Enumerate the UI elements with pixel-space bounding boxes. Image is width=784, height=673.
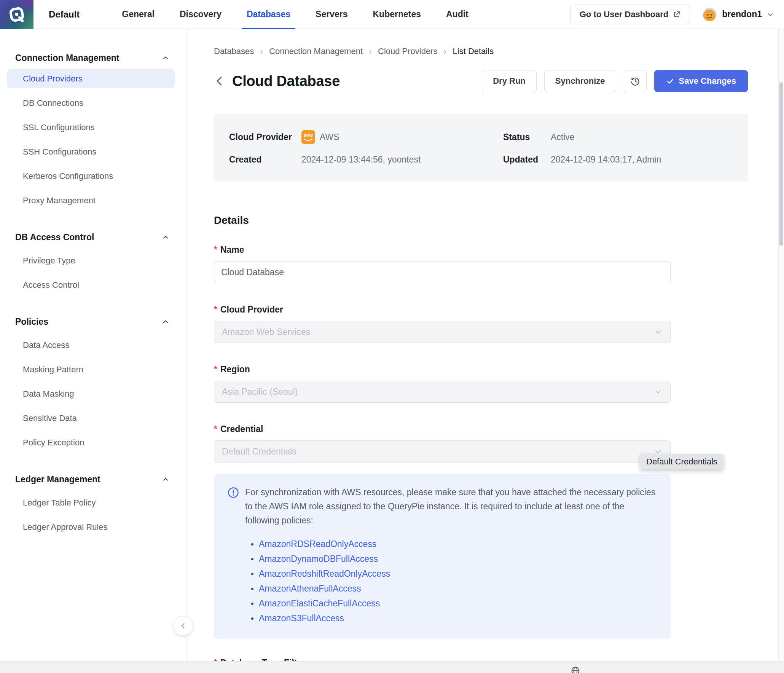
tab-general[interactable]: General bbox=[122, 0, 155, 29]
section-title: Connection Management bbox=[15, 53, 119, 63]
section-title: Policies bbox=[15, 317, 48, 327]
breadcrumb-cloud-providers[interactable]: Cloud Providers bbox=[378, 46, 438, 56]
sidebar-header-connection-management[interactable]: Connection Management bbox=[0, 50, 186, 65]
name-label: * Name bbox=[214, 245, 671, 255]
language-selector[interactable] bbox=[571, 666, 580, 673]
credential-field-group: * Credential Default Credentials Default… bbox=[214, 424, 671, 462]
chevron-left-icon bbox=[179, 622, 187, 630]
section-title: Ledger Management bbox=[15, 474, 100, 485]
sidebar-item-ssh-configurations[interactable]: SSH Configurations bbox=[0, 140, 186, 164]
sidebar-item-db-connections[interactable]: DB Connections bbox=[0, 91, 186, 115]
sidebar-item-ssl-configurations[interactable]: SSL Configurations bbox=[0, 115, 186, 140]
section-items: Data Access Masking Pattern Data Masking… bbox=[0, 333, 186, 455]
region-field-group: * Region Asia Pacific (Seoul) bbox=[214, 364, 671, 403]
breadcrumb-databases[interactable]: Databases bbox=[214, 46, 254, 56]
history-button[interactable] bbox=[624, 70, 647, 92]
summary-status: Status Active bbox=[503, 130, 748, 144]
nav-divider bbox=[101, 9, 101, 20]
list-item: AmazonRDSReadOnlyAccess bbox=[245, 537, 657, 552]
aws-policies-alert: For synchronization with AWS resources, … bbox=[214, 474, 671, 639]
sidebar-item-sensitive-data[interactable]: Sensitive Data bbox=[0, 406, 186, 431]
bullet-icon bbox=[251, 558, 253, 560]
summary-status-label: Status bbox=[503, 132, 551, 142]
querypie-logo[interactable] bbox=[0, 0, 33, 29]
chevron-up-icon bbox=[162, 318, 169, 325]
policy-link-s3[interactable]: AmazonS3FullAccess bbox=[259, 611, 344, 625]
summary-updated: Updated 2024-12-09 14:03:17, Admin bbox=[503, 155, 748, 165]
save-changes-button[interactable]: Save Changes bbox=[654, 70, 748, 92]
name-label-text: Name bbox=[220, 245, 244, 255]
page-title: Cloud Database bbox=[232, 73, 340, 89]
scrollbar-thumb[interactable] bbox=[779, 82, 783, 246]
policy-link-redshift[interactable]: AmazonRedshiftReadOnlyAccess bbox=[259, 567, 390, 581]
sidebar-item-ledger-approval-rules[interactable]: Ledger Approval Rules bbox=[0, 515, 186, 539]
go-to-user-dashboard-label: Go to User Dashboard bbox=[580, 10, 668, 19]
sidebar-item-ledger-table-policy[interactable]: Ledger Table Policy bbox=[0, 491, 186, 515]
cloud-provider-select-value: Amazon Web Services bbox=[222, 327, 310, 337]
name-input[interactable] bbox=[214, 261, 671, 283]
summary-panel: Cloud Provider aws AWS bbox=[214, 113, 748, 182]
summary-updated-label: Updated bbox=[503, 155, 551, 165]
sidebar-item-data-masking[interactable]: Data Masking bbox=[0, 382, 186, 406]
tab-kubernetes[interactable]: Kubernetes bbox=[373, 0, 421, 29]
policy-link-athena[interactable]: AmazonAthenaFullAccess bbox=[259, 582, 361, 596]
main-content: Databases › Connection Management › Clou… bbox=[186, 29, 784, 673]
credential-label-text: Credential bbox=[220, 424, 263, 434]
chevron-up-icon bbox=[162, 54, 169, 62]
sidebar-header-ledger-management[interactable]: Ledger Management bbox=[0, 472, 186, 487]
sidebar-item-cloud-providers[interactable]: Cloud Providers bbox=[7, 69, 175, 88]
required-asterisk: * bbox=[214, 245, 217, 255]
policy-link-elasticache[interactable]: AmazonElastiCacheFullAccess bbox=[259, 596, 380, 611]
sidebar-item-kerberos-configurations[interactable]: Kerberos Configurations bbox=[0, 164, 186, 188]
sidebar-item-masking-pattern[interactable]: Masking Pattern bbox=[0, 357, 186, 382]
sidebar-header-policies[interactable]: Policies bbox=[0, 314, 186, 329]
chevron-up-icon bbox=[162, 475, 169, 483]
sidebar-section-policies: Policies Data Access Masking Pattern Dat… bbox=[0, 314, 186, 455]
tab-servers[interactable]: Servers bbox=[316, 0, 347, 29]
breadcrumb-separator: › bbox=[369, 47, 372, 56]
tab-discovery[interactable]: Discovery bbox=[180, 0, 221, 29]
sidebar-item-data-access[interactable]: Data Access bbox=[0, 333, 186, 357]
sidebar-header-db-access-control[interactable]: DB Access Control bbox=[0, 230, 186, 245]
credential-label: * Credential bbox=[214, 424, 671, 434]
user-menu-chevron-down-icon[interactable] bbox=[766, 11, 774, 18]
policy-link-rds[interactable]: AmazonRDSReadOnlyAccess bbox=[259, 537, 376, 551]
sidebar-item-privilege-type[interactable]: Privilege Type bbox=[0, 249, 186, 273]
admin-page: Default General Discovery Databases Serv… bbox=[0, 0, 784, 673]
summary-created-label: Created bbox=[229, 155, 301, 165]
bullet-icon bbox=[251, 617, 253, 620]
history-icon bbox=[630, 76, 641, 86]
go-to-user-dashboard-button[interactable]: Go to User Dashboard bbox=[570, 5, 690, 24]
credential-select[interactable]: Default Credentials bbox=[214, 440, 671, 462]
username[interactable]: brendon1 bbox=[722, 9, 762, 19]
synchronize-button[interactable]: Synchronize bbox=[544, 70, 616, 92]
sidebar-section-db-access-control: DB Access Control Privilege Type Access … bbox=[0, 230, 186, 297]
dry-run-button[interactable]: Dry Run bbox=[482, 70, 537, 92]
sidebar-item-policy-exception[interactable]: Policy Exception bbox=[0, 431, 186, 455]
summary-created: Created 2024-12-09 13:44:56, yoontest bbox=[229, 155, 503, 165]
cloud-provider-label-text: Cloud Provider bbox=[220, 305, 283, 315]
cloud-provider-select[interactable]: Amazon Web Services bbox=[214, 321, 671, 343]
user-avatar[interactable] bbox=[703, 8, 717, 21]
external-link-icon bbox=[673, 11, 680, 18]
tab-databases[interactable]: Databases bbox=[247, 0, 290, 29]
policy-link-dynamodb[interactable]: AmazonDynamoDBFullAccess bbox=[259, 552, 378, 566]
credential-tooltip: Default Credentials bbox=[640, 454, 723, 469]
section-items: Cloud Providers DB Connections SSL Confi… bbox=[0, 69, 186, 213]
sidebar-item-access-control[interactable]: Access Control bbox=[0, 273, 186, 297]
svg-text:aws: aws bbox=[304, 132, 313, 138]
cloud-provider-label: * Cloud Provider bbox=[214, 305, 671, 315]
section-title: DB Access Control bbox=[15, 232, 94, 242]
tab-audit[interactable]: Audit bbox=[446, 0, 468, 29]
back-button[interactable] bbox=[214, 75, 225, 88]
region-select[interactable]: Asia Pacific (Seoul) bbox=[214, 381, 671, 403]
sidebar-item-proxy-management[interactable]: Proxy Management bbox=[0, 188, 186, 213]
breadcrumb-separator: › bbox=[444, 47, 447, 56]
topbar-right: Go to User Dashboard bbox=[570, 5, 774, 24]
collapse-sidebar-button[interactable] bbox=[173, 616, 193, 636]
breadcrumb-separator: › bbox=[260, 47, 263, 56]
footer-bar bbox=[0, 661, 784, 673]
bullet-icon bbox=[251, 588, 253, 590]
alert-text: For synchronization with AWS resources, … bbox=[245, 485, 657, 528]
breadcrumb-connection-management[interactable]: Connection Management bbox=[269, 46, 363, 56]
